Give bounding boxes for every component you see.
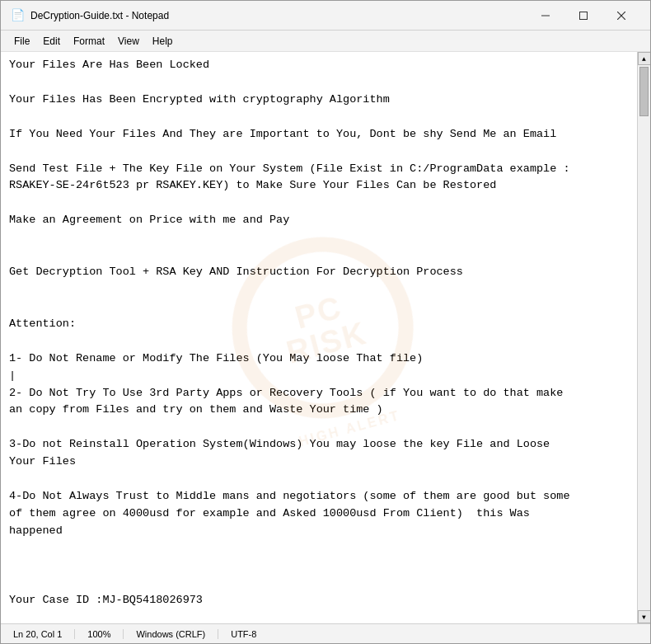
svg-rect-0 (541, 15, 550, 16)
editor-area: PCRISK HIGH ALERT ▲ ▼ (1, 52, 650, 623)
status-bar: Ln 20, Col 1 100% Windows (CRLF) UTF-8 (1, 623, 650, 643)
menu-format[interactable]: Format (67, 34, 111, 49)
status-encoding: UTF-8 (218, 629, 269, 639)
menu-edit[interactable]: Edit (36, 34, 67, 49)
scrollbar-track[interactable] (638, 65, 650, 610)
window-title: DeCryption-Guide.txt - Notepad (30, 10, 169, 21)
status-line-col: Ln 20, Col 1 (9, 629, 75, 639)
scrollbar-down-button[interactable]: ▼ (638, 610, 651, 623)
menu-file[interactable]: File (7, 34, 36, 49)
minimize-button[interactable] (527, 2, 564, 29)
menu-bar: File Edit Format View Help (1, 31, 650, 52)
notepad-window: 📄 DeCryption-Guide.txt - Notepad File Ed… (0, 0, 651, 644)
status-line-ending: Windows (CRLF) (124, 629, 218, 639)
svg-rect-1 (580, 12, 588, 19)
scrollbar-up-button[interactable]: ▲ (638, 52, 651, 65)
menu-view[interactable]: View (111, 34, 146, 49)
close-button[interactable] (602, 2, 640, 29)
status-zoom: 100% (75, 629, 124, 639)
maximize-button[interactable] (564, 2, 602, 29)
window-controls (527, 2, 640, 29)
title-bar: 📄 DeCryption-Guide.txt - Notepad (1, 1, 650, 31)
scrollbar-thumb[interactable] (639, 67, 649, 116)
notepad-icon: 📄 (11, 9, 24, 22)
text-editor[interactable] (1, 52, 637, 623)
title-bar-left: 📄 DeCryption-Guide.txt - Notepad (11, 9, 169, 22)
menu-help[interactable]: Help (146, 34, 180, 49)
scrollbar[interactable]: ▲ ▼ (637, 52, 650, 623)
